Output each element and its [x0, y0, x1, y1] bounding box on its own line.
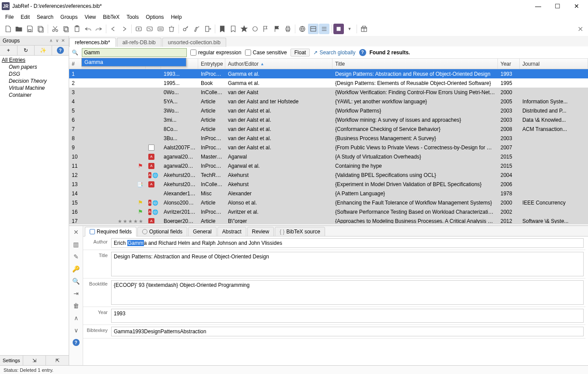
table-row[interactable]: 53Wo...Articlevan der Aalst et al.{Workf…: [69, 106, 588, 115]
maximize-button[interactable]: ☐: [548, 0, 567, 12]
regex-checkbox[interactable]: regular expression: [190, 49, 242, 56]
web-icon[interactable]: [297, 24, 308, 34]
lookup-icon[interactable]: 🔍: [72, 277, 80, 286]
cut-icon[interactable]: [50, 24, 60, 34]
pencil-icon[interactable]: ✎: [72, 252, 80, 261]
menu-view[interactable]: View: [82, 13, 98, 21]
search-help-icon[interactable]: ?: [359, 49, 366, 56]
new-entry-icon[interactable]: [133, 24, 144, 34]
table-row[interactable]: 13AAkehurst200...InCollecti...Akehurst{E…: [69, 180, 588, 189]
tree-item[interactable]: Decision Theory: [0, 78, 69, 85]
unmark-icon[interactable]: [228, 24, 238, 34]
table-row[interactable]: 14Alexander19...MiscAlexander{A Pattern …: [69, 189, 588, 198]
groups-tree[interactable]: All Entries Own papers DSG Decision Theo…: [0, 56, 69, 355]
table-row[interactable]: 63mi...Articlevan der Aalst et al.{Workf…: [69, 115, 588, 124]
genkey-icon[interactable]: 🔑: [72, 265, 80, 273]
col-entrytype[interactable]: Entrytype: [198, 59, 225, 69]
type-icon[interactable]: ▥: [72, 240, 80, 249]
table-row[interactable]: 16AAvritzer2012...InProcee...Avritzer et…: [69, 207, 588, 216]
add-group-button[interactable]: +: [0, 46, 18, 55]
menu-bibtex[interactable]: BibTeX: [100, 13, 122, 21]
bibtexkey-field[interactable]: Gamma1993DesignPatternsAbstraction: [111, 327, 584, 336]
file-tab[interactable]: all-refs-DB.bib: [117, 38, 161, 47]
col-number[interactable]: #: [69, 59, 82, 69]
prev-icon[interactable]: ∧: [72, 314, 80, 322]
flag-icon[interactable]: [272, 24, 282, 34]
table-row[interactable]: 17ABoerger2012...ArticleB\"orger{Approac…: [69, 216, 588, 223]
menu-file[interactable]: File: [3, 13, 16, 21]
close-tab-icon[interactable]: ✕: [575, 25, 585, 33]
forward-icon[interactable]: [119, 24, 130, 34]
table-row[interactable]: 11Aagarwal2015...InProcee...Agarwal et a…: [69, 161, 588, 170]
tree-root[interactable]: All Entries: [0, 56, 69, 64]
col-author[interactable]: Author/Editor▲: [225, 59, 332, 69]
menu-help[interactable]: Help: [168, 13, 185, 21]
collapse-down-icon[interactable]: ∨: [54, 38, 60, 43]
trash-icon[interactable]: 🗑: [72, 301, 80, 310]
search-input[interactable]: [82, 48, 187, 57]
editor-tab-source[interactable]: { } BibTeX source: [275, 227, 325, 236]
gift-icon[interactable]: [359, 24, 369, 34]
booktitle-field[interactable]: {ECOOP}' 93 {\textemdash} Object-Oriente…: [111, 280, 584, 305]
collapse-up-icon[interactable]: ∧: [48, 38, 54, 43]
table-row[interactable]: 78Co...Articlevan der Aalst et al.{Confo…: [69, 124, 588, 134]
next-icon[interactable]: ∨: [72, 326, 80, 335]
tree-item[interactable]: Own papers: [0, 64, 69, 71]
col-title[interactable]: Title: [332, 59, 498, 69]
menu-edit[interactable]: Edit: [18, 13, 32, 21]
entry-editor-icon[interactable]: [155, 24, 166, 34]
title-field[interactable]: Design Patterns: Abstraction and Reuse o…: [111, 252, 584, 276]
author-field[interactable]: Erich Gamma and Richard Helm and Ralph J…: [111, 238, 584, 248]
push-icon[interactable]: [203, 24, 213, 34]
undo-icon[interactable]: [83, 24, 93, 34]
year-field[interactable]: 1993: [111, 309, 584, 323]
editor-tab-required[interactable]: Required fields: [85, 227, 136, 236]
tree-item[interactable]: DSG: [0, 71, 69, 78]
table-row[interactable]: 10Aagarwal2015...MastersT...Agarwal{A St…: [69, 152, 588, 161]
circle-icon[interactable]: [250, 24, 260, 34]
search-globally-link[interactable]: ↗ Search globally: [313, 49, 355, 56]
toggle-groups-icon[interactable]: [319, 24, 329, 34]
minimize-button[interactable]: —: [528, 0, 548, 12]
autocomplete-option[interactable]: Gamma: [82, 58, 186, 66]
expand-button[interactable]: ⇲: [23, 356, 46, 365]
table-row[interactable]: 9Aalst2007Fro...InProcee...van der Aalst…: [69, 143, 588, 152]
table-body[interactable]: 11993...InProcee...Gamma et al.Design Pa…: [69, 69, 588, 223]
collapse-button[interactable]: ⇱: [46, 356, 69, 365]
editor-help-icon[interactable]: ?: [72, 338, 80, 347]
file-tab[interactable]: references.bib*: [69, 38, 116, 47]
col-journal[interactable]: Journal: [520, 59, 588, 69]
print-icon[interactable]: [283, 24, 293, 34]
search-autocomplete[interactable]: Gamma: [81, 58, 186, 67]
cleanup-icon[interactable]: [192, 24, 202, 34]
back-icon[interactable]: [108, 24, 119, 34]
toggle-preview-icon[interactable]: [308, 24, 318, 34]
table-row[interactable]: 30Wo...InCollecti...van der Aalst{Workfl…: [69, 88, 588, 97]
redo-icon[interactable]: [94, 24, 104, 34]
close-button[interactable]: ✕: [567, 0, 586, 12]
file-tab[interactable]: unsorted-collection.bib: [162, 38, 226, 47]
editor-tab-optional[interactable]: Optional fields: [137, 227, 187, 236]
menu-tools[interactable]: Tools: [124, 13, 141, 21]
table-row[interactable]: 12AAkehurst200...TechRep...Akehurst{Vali…: [69, 170, 588, 180]
mark-icon[interactable]: [217, 24, 228, 34]
tree-item[interactable]: Container: [0, 92, 69, 99]
menu-groups[interactable]: Groups: [58, 13, 80, 21]
help-groups-button[interactable]: ?: [52, 46, 69, 55]
app-icon[interactable]: [333, 24, 344, 34]
save-all-icon[interactable]: [35, 24, 46, 34]
tree-item[interactable]: Virtual Machine: [0, 85, 69, 92]
star-icon[interactable]: [239, 24, 249, 34]
flags-icon[interactable]: [261, 24, 271, 34]
menu-options[interactable]: Options: [143, 13, 166, 21]
delete-icon[interactable]: [166, 24, 177, 34]
editor-tab-general[interactable]: General: [188, 227, 217, 236]
key-icon[interactable]: [181, 24, 191, 34]
menu-search[interactable]: Search: [34, 13, 56, 21]
table-row[interactable]: 15AAlonso2000...ArticleAlonso et al.{Enh…: [69, 198, 588, 207]
save-icon[interactable]: [24, 24, 35, 34]
copy-icon[interactable]: [61, 24, 71, 34]
open-icon[interactable]: [14, 24, 24, 34]
refresh-groups-button[interactable]: ↻: [18, 46, 35, 55]
case-checkbox[interactable]: Case sensitive: [245, 49, 287, 56]
